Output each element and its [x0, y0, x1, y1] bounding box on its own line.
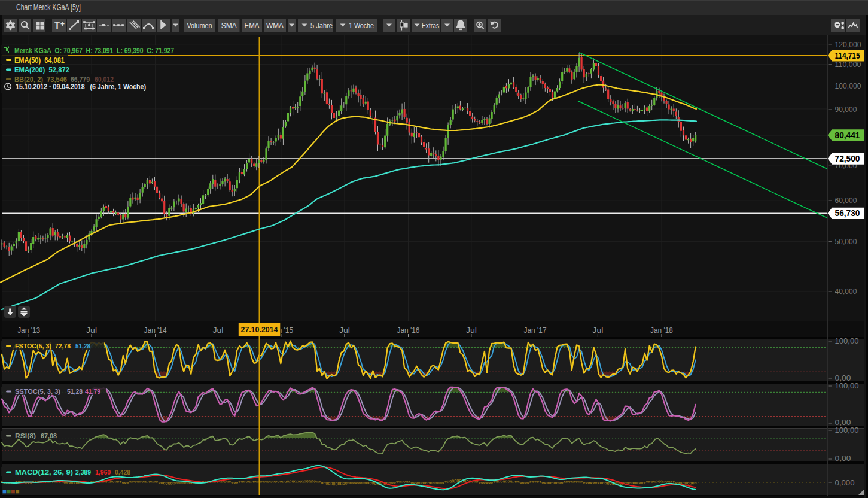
- svg-text:100,00: 100,00: [835, 426, 859, 435]
- svg-text:1 Woche: 1 Woche: [349, 21, 374, 30]
- svg-text:Jul: Jul: [86, 326, 97, 335]
- svg-text:SSTOC(5, 3, 3): SSTOC(5, 3, 3): [15, 388, 60, 395]
- svg-text:15.10.2012 - 09.04.2018 (6 J: 15.10.2012 - 09.04.2018 (6 Jahre, 1 Woch…: [16, 82, 146, 91]
- svg-text:Chart Merck KGaA [5y]: Chart Merck KGaA [5y]: [16, 2, 81, 12]
- svg-text:90,000: 90,000: [835, 105, 857, 114]
- svg-text:40,000: 40,000: [835, 287, 857, 296]
- svg-text:50,000: 50,000: [835, 237, 857, 246]
- svg-text:WMA: WMA: [266, 21, 284, 30]
- svg-text:2,389: 2,389: [75, 469, 91, 476]
- svg-text:Jul: Jul: [339, 326, 350, 335]
- svg-text:0,000: 0,000: [835, 478, 855, 487]
- svg-text:Jan '16: Jan '16: [397, 326, 420, 335]
- svg-text:5 Jahre: 5 Jahre: [310, 21, 333, 30]
- svg-text:EMA(200) 52,872: EMA(200) 52,872: [14, 65, 69, 74]
- svg-text:67,08: 67,08: [41, 432, 57, 439]
- svg-text:MACD(12, 26, 9): MACD(12, 26, 9): [15, 469, 73, 476]
- svg-text:100,00: 100,00: [835, 381, 859, 390]
- svg-text:100,000: 100,000: [835, 81, 861, 90]
- svg-text:T: T: [54, 20, 60, 31]
- svg-text:0,00: 0,00: [835, 454, 851, 463]
- svg-text:100,00: 100,00: [835, 336, 859, 345]
- svg-text:RSI(8): RSI(8): [15, 432, 36, 439]
- svg-text:1,960: 1,960: [95, 469, 111, 476]
- svg-text:Jan '18: Jan '18: [650, 326, 673, 335]
- svg-text:Jan '13: Jan '13: [17, 326, 40, 335]
- svg-text:56,730: 56,730: [835, 208, 860, 218]
- svg-text:72,500: 72,500: [835, 154, 860, 163]
- svg-text:Jul: Jul: [592, 326, 603, 335]
- svg-text:114,715: 114,715: [835, 51, 860, 60]
- svg-text:0,428: 0,428: [115, 469, 130, 476]
- svg-text:Volumen: Volumen: [187, 21, 212, 30]
- svg-text:72,78: 72,78: [55, 342, 71, 350]
- svg-text:60,000: 60,000: [835, 196, 857, 205]
- svg-text:120,000: 120,000: [835, 40, 861, 49]
- svg-text:FSTOC(5, 3): FSTOC(5, 3): [15, 342, 51, 350]
- svg-text:51,28: 51,28: [67, 388, 83, 395]
- svg-text:SMA: SMA: [221, 21, 237, 30]
- svg-text:EMA(50) 64,081: EMA(50) 64,081: [14, 56, 65, 65]
- svg-text:41,79: 41,79: [85, 388, 100, 395]
- svg-text:EMA: EMA: [245, 21, 260, 30]
- svg-text:Jul: Jul: [212, 326, 223, 335]
- svg-text:Merck KGaA O: 70,967 H: 73,0: Merck KGaA O: 70,967 H: 73,091 L: 69,390…: [14, 46, 174, 55]
- svg-text:Extras: Extras: [422, 21, 439, 30]
- svg-text:80,441: 80,441: [835, 130, 860, 140]
- svg-text:27.10.2014: 27.10.2014: [241, 325, 278, 334]
- svg-text:Jan '14: Jan '14: [144, 326, 167, 335]
- svg-text:Jul: Jul: [466, 326, 477, 335]
- svg-text:Jan '17: Jan '17: [524, 326, 547, 335]
- svg-text:+: +: [60, 20, 65, 28]
- svg-text:51,28: 51,28: [75, 342, 90, 350]
